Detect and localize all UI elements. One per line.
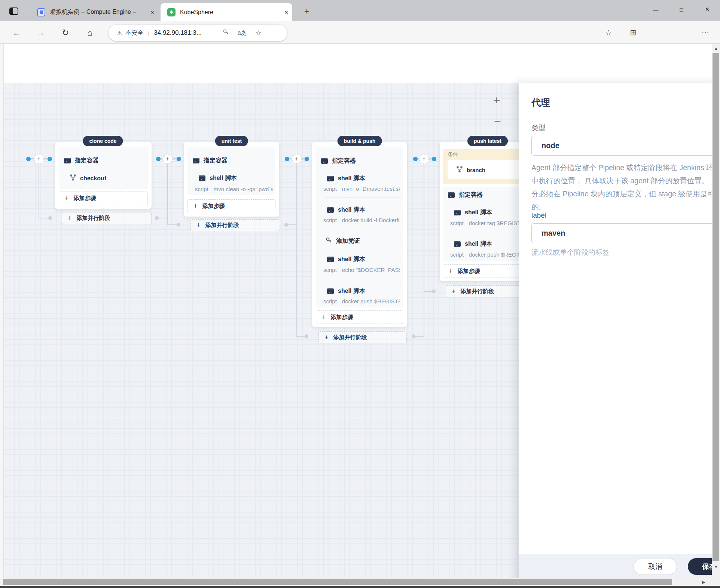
window-left-frame — [0, 44, 4, 588]
stage-badge[interactable]: push latest — [467, 136, 508, 146]
cancel-button[interactable]: 取消 — [634, 558, 677, 575]
home-icon[interactable]: ⌂ — [82, 21, 98, 44]
favorites-hub-icon[interactable]: ☆ — [601, 21, 616, 44]
back-icon[interactable]: ← — [8, 21, 25, 44]
parallel-connector-dot — [48, 216, 52, 220]
agent-label-input[interactable] — [531, 223, 720, 243]
browser-window: 虚拟机实例 – Compute Engine – ✕ ❖ KubeSphere … — [0, 0, 720, 588]
label-hint: 流水线或单个阶段的标签 — [531, 248, 610, 257]
parallel-connector — [39, 218, 48, 218]
horizontal-scrollbar[interactable]: ▶ — [0, 578, 712, 586]
security-label[interactable]: 不安全 — [125, 29, 143, 37]
insert-stage-button[interactable]: + — [292, 154, 302, 164]
step-shell-script[interactable]: >_ shell 脚本 — [327, 287, 365, 295]
step-specify-container[interactable]: >_ 指定容器 — [321, 157, 356, 165]
step-specify-container[interactable]: >_ 指定容器 — [448, 191, 483, 199]
terminal-icon: >_ — [199, 175, 205, 181]
translate-page-icon[interactable]: aあ — [238, 29, 247, 37]
plus-icon: + — [322, 313, 326, 321]
window-minimize-button[interactable]: — — [647, 3, 665, 16]
script-line: scriptdocker push $REGISTRY/$ — [450, 251, 530, 258]
step-divider — [325, 197, 400, 198]
script-line: scriptecho "$DOCKER_PASS... — [323, 267, 400, 273]
step-specify-container[interactable]: >_ 指定容器 — [193, 157, 228, 165]
agent-type-input[interactable] — [531, 136, 720, 156]
tab-kubesphere[interactable]: ❖ KubeSphere ✕ — [161, 3, 292, 21]
refresh-icon[interactable]: ↻ — [57, 21, 74, 44]
window-maximize-button[interactable]: □ — [672, 3, 690, 16]
step-shell-script[interactable]: >_ shell 脚本 — [327, 255, 365, 263]
add-parallel-stage-button[interactable]: + 添加并行阶段 — [190, 219, 279, 231]
tab-title: KubeSphere — [180, 9, 280, 16]
window-close-button[interactable]: ✕ — [698, 3, 716, 16]
scroll-right-icon[interactable]: ▶ — [702, 580, 705, 585]
tab-bar: 虚拟机实例 – Compute Engine – ✕ ❖ KubeSphere … — [0, 0, 720, 21]
settings-menu-icon[interactable]: ⋯ — [698, 21, 713, 44]
step-group — [59, 147, 148, 189]
insert-stage-button[interactable]: + — [419, 154, 429, 164]
vertical-scrollbar-thumb[interactable] — [713, 53, 719, 561]
step-shell-script[interactable]: >_ shell 脚本 — [454, 240, 492, 248]
vertical-scrollbar[interactable]: ▲ ▼ — [712, 44, 720, 588]
stage-badge[interactable]: clone code — [83, 136, 123, 146]
scroll-up-icon[interactable]: ▲ — [714, 46, 718, 50]
script-line: scriptmvn -o -Dmaven.test.skip=t... — [323, 186, 400, 192]
step-shell-script[interactable]: >_ shell 脚本 — [454, 209, 492, 217]
add-parallel-stage-button[interactable]: + 添加并行阶段 — [318, 331, 407, 343]
step-shell-script[interactable]: >_ shell 脚本 — [199, 174, 237, 182]
connector-dot — [177, 157, 181, 161]
parallel-connector — [296, 336, 305, 337]
address-divider: | — [148, 30, 149, 36]
zoom-in-icon[interactable]: + — [493, 94, 500, 106]
step-shell-script[interactable]: >_ shell 脚本 — [327, 175, 365, 183]
terminal-icon: >_ — [448, 192, 455, 198]
terminal-icon: >_ — [327, 176, 334, 181]
add-step-button[interactable]: + 添加步骤 — [187, 199, 275, 213]
connector-dot — [26, 157, 31, 161]
vertical-tabs-icon — [9, 7, 18, 15]
page-header: 创建流水线 使用流水线进行构建，测试和部署 — [4, 44, 720, 83]
step-add-credential[interactable]: 添加凭证 — [326, 237, 360, 245]
parallel-connector-dot — [412, 334, 415, 338]
zoom-out-icon[interactable]: − — [494, 115, 501, 127]
scroll-down-icon[interactable]: ▼ — [714, 564, 718, 569]
step-shell-script[interactable]: >_ shell 脚本 — [327, 206, 365, 214]
new-tab-button[interactable]: + — [301, 6, 313, 16]
terminal-icon: >_ — [327, 207, 334, 213]
add-step-button[interactable]: + 添加步骤 — [59, 192, 148, 205]
forward-icon[interactable]: → — [33, 21, 49, 44]
parallel-connector — [415, 336, 424, 337]
agent-description-line: 分必须在 Pipeline 块内的顶层定义，但 stage 级使用是可 — [531, 189, 720, 199]
terminal-icon: >_ — [454, 210, 461, 215]
add-parallel-stage-button[interactable]: + 添加并行阶段 — [62, 212, 152, 224]
url-text[interactable]: 34.92.90.181:3... — [154, 29, 202, 37]
parallel-connector — [167, 224, 177, 225]
tab-compute-engine[interactable]: 虚拟机实例 – Compute Engine – ✕ — [30, 3, 158, 21]
step-specify-container[interactable]: >_ 指定容器 — [64, 157, 99, 165]
address-bar[interactable]: ⚠ 不安全 | 34.92.90.181:3... aあ ☆ — [109, 25, 287, 41]
compute-engine-favicon-icon — [37, 8, 45, 16]
horizontal-scrollbar-thumb[interactable] — [3, 579, 672, 585]
step-checkout[interactable]: checkout — [70, 174, 106, 182]
step-branch-condition[interactable]: branch — [457, 166, 485, 174]
key-icon — [326, 237, 332, 245]
stage-badge[interactable]: build & push — [338, 136, 382, 146]
panel-title: 代理 — [531, 97, 550, 109]
close-tab-icon[interactable]: ✕ — [280, 8, 292, 17]
close-tab-icon[interactable]: ✕ — [146, 8, 158, 17]
key-icon[interactable] — [223, 29, 229, 37]
favorite-star-icon[interactable]: ☆ — [255, 29, 262, 37]
script-line: scriptdocker tag $REGISTRY/$D — [450, 220, 530, 226]
agent-description-line: Agent 部分指定整个 Pipeline 或特定阶段将在 Jenkins 环 — [531, 163, 720, 173]
collections-icon[interactable]: ⊞ — [626, 21, 641, 44]
stage-badge[interactable]: unit test — [215, 136, 248, 146]
tab-actions-button[interactable] — [7, 6, 20, 16]
insert-stage-button[interactable]: + — [163, 154, 173, 164]
parallel-connector — [167, 164, 168, 225]
browser-toolbar: ← → ↻ ⌂ ⚠ 不安全 | 34.92.90.181:3... aあ ☆ ω… — [0, 21, 720, 44]
insert-stage-button[interactable]: + — [34, 154, 44, 164]
add-step-button[interactable]: + 添加步骤 — [316, 310, 403, 324]
step-divider — [325, 229, 400, 229]
terminal-icon: >_ — [327, 288, 334, 294]
plus-icon: + — [196, 221, 201, 229]
